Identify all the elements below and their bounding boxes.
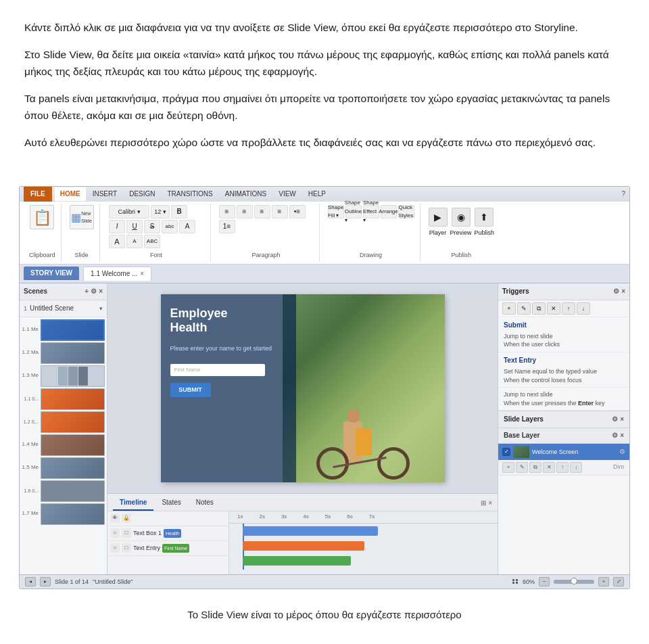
track-eye-icon[interactable]: 👁 [110,513,120,523]
scenes-new-icon[interactable]: + [85,286,89,297]
thumb-label-3: 1.3 Me [22,371,39,380]
sublayer-icon-3[interactable]: ⧉ [529,462,542,473]
shape-fill[interactable]: Shape Fill ▾ [328,205,344,218]
ribbon-tab-home[interactable]: HOME [55,187,86,201]
scenes-settings-icon[interactable]: ⚙ [91,286,97,297]
slide-tab-close[interactable]: × [140,269,144,279]
zoom-slider[interactable] [554,580,594,584]
trigger-add-btn[interactable]: + [502,302,516,315]
sublayer-icon-6[interactable]: ↓ [570,462,582,473]
track2-lock[interactable]: □ [122,543,131,553]
ribbon-tab-view[interactable]: VIEW [273,187,302,201]
slide-thumb-9[interactable] [41,503,105,525]
base-layer-close[interactable]: × [620,430,624,441]
zoom-handle[interactable] [571,578,577,584]
shape-effect[interactable]: Shape Effect ▾ [363,205,379,218]
expand-btn[interactable]: ⤢ [613,577,624,586]
ribbon-tab-help[interactable]: HELP [303,187,331,201]
ribbon-tab-design[interactable]: DESIGN [124,187,160,201]
new-slide-button[interactable]: ▦NewSlide [70,205,94,229]
player-button[interactable]: ▶ Player [429,208,448,237]
zoom-out-btn[interactable]: − [539,577,550,586]
ribbon-tab-transitions[interactable]: TRANSITIONS [162,187,218,201]
timeline-bar-1[interactable] [243,526,378,536]
ribbon-tab-animations[interactable]: ANIMATIONS [220,187,272,201]
font-size-down[interactable]: A [126,235,143,248]
timeline-tab-notes[interactable]: Notes [189,496,220,511]
underline-button[interactable]: U [126,220,143,233]
font-color-a[interactable]: A [179,220,195,233]
trigger-copy-btn[interactable]: ⧉ [532,302,546,315]
slide-layers-close[interactable]: × [620,414,624,425]
scene-item[interactable]: 1 Untitled Scene ▾ [20,300,107,317]
slide-thumb-8[interactable] [41,480,105,502]
ribbon-tab-insert[interactable]: INSERT [87,187,123,201]
zoom-in-btn[interactable]: + [598,577,609,586]
paste-button[interactable]: 📋 [30,205,54,229]
slide-thumb-4[interactable] [41,388,105,410]
timeline-tab-timeline[interactable]: Timeline [113,496,153,511]
timeline-bar-3[interactable] [243,556,351,566]
slide-input-field[interactable]: First Name [170,364,265,376]
sublayer-icon-4[interactable]: ✕ [543,462,555,473]
align-left[interactable]: ≡ [219,205,235,218]
numbering[interactable]: 1≡ [219,220,235,233]
trigger-submit-title: Submit [504,320,624,331]
timeline-close-btn[interactable]: ⊞ × [481,498,492,509]
publish-button[interactable]: ⬆ Publish [475,208,495,237]
strikethrough-button[interactable]: S [144,220,160,233]
story-view-tab[interactable]: STORY VIEW [24,267,79,280]
sublayer-icon-2[interactable]: ✎ [516,462,528,473]
trigger-delete-btn[interactable]: ✕ [547,302,560,315]
track-lock-icon[interactable]: 🔒 [122,513,131,523]
font-case-button[interactable]: abc [162,220,178,233]
trigger-up-btn[interactable]: ↑ [562,302,575,315]
slide-thumb-5[interactable] [41,411,105,433]
track1-eye[interactable]: ○ [110,528,120,538]
next-slide-btn[interactable]: ▸ [40,577,51,586]
slide-thumb-6[interactable] [41,434,105,456]
scene-dropdown-icon[interactable]: ▾ [99,304,103,313]
align-right[interactable]: ≡ [254,205,270,218]
slide-label: Slide [75,248,89,260]
justify[interactable]: ≡ [272,205,288,218]
preview-button[interactable]: ◉ Preview [450,208,472,237]
font-dropdown[interactable]: Calibri ▾ [109,205,149,218]
trigger-edit-btn[interactable]: ✎ [517,302,531,315]
quick-styles-btn[interactable]: Quick Styles [398,205,414,218]
sublayer-icon-5[interactable]: ↑ [556,462,569,473]
align-center[interactable]: ≡ [237,205,253,218]
ribbon-tab-file[interactable]: FILE [24,187,52,202]
arrange-btn[interactable]: Arrange [381,205,397,218]
sublayer-icon-1[interactable]: + [502,462,514,473]
slide-thumb-7[interactable] [41,457,105,479]
track2-eye[interactable]: ○ [110,543,120,553]
slide-thumb-3[interactable] [41,365,105,387]
timeline-bar-2[interactable] [243,541,364,551]
slide-layers-settings[interactable]: ⚙ [612,414,618,425]
base-layer-settings[interactable]: ⚙ [612,430,618,441]
font-size-up[interactable]: A [109,235,125,248]
track1-lock[interactable]: □ [122,528,131,538]
trigger-down-btn[interactable]: ↓ [577,302,590,315]
slide-thumb-2[interactable] [41,342,105,364]
slide-thumb-1[interactable] [41,319,105,341]
bullets[interactable]: •≡ [289,205,306,218]
font-size-dropdown[interactable]: 12 ▾ [151,205,170,218]
triggers-settings-icon[interactable]: ⚙ [613,286,619,297]
grid-view-btn[interactable] [512,579,519,584]
font-abc-caps[interactable]: ABC [144,235,160,248]
base-layer-checkbox[interactable]: ✓ [502,448,510,456]
prev-slide-btn[interactable]: ◂ [25,577,36,586]
italic-button[interactable]: I [109,220,125,233]
shape-outline[interactable]: Shape Outline ▾ [345,205,362,218]
bold-button[interactable]: B [171,205,187,218]
base-layer-item[interactable]: ✓ Welcome Screen ⚙ [498,444,629,460]
scenes-close-icon[interactable]: × [99,286,103,297]
slide-tab[interactable]: 1.1 Welcome ... × [83,267,151,281]
slide-submit-btn[interactable]: SUBMIT [170,383,211,396]
triggers-close-icon[interactable]: × [621,286,625,297]
timeline-tab-states[interactable]: States [155,496,187,511]
base-layer-gear-icon[interactable]: ⚙ [619,446,625,457]
ribbon-help-icon[interactable]: ? [621,189,625,200]
